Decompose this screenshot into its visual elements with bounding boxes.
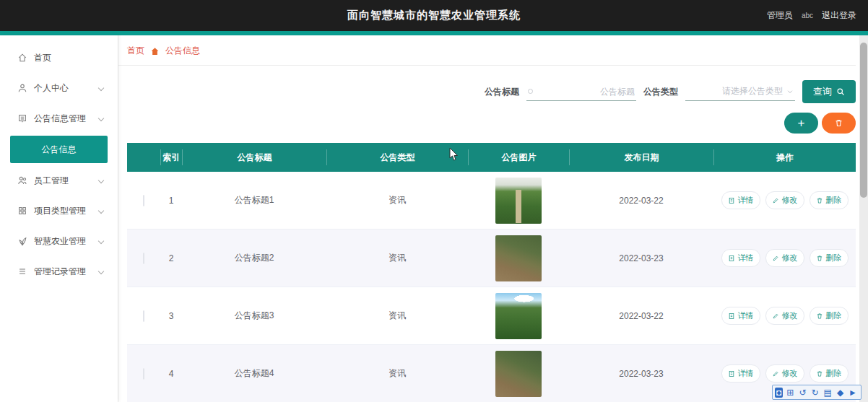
- trash-icon: [816, 313, 823, 320]
- home-icon: [150, 47, 160, 56]
- table-row: 3 公告标题3 资讯 2022-03-22 详情 修改 删除: [127, 287, 856, 345]
- chevron-down-icon: [98, 238, 104, 244]
- sidebar-item-staff[interactable]: 员工管理: [0, 165, 118, 196]
- trash-icon: [816, 370, 823, 377]
- title-filter-field: [526, 82, 636, 101]
- content-area: 首页 公告信息 公告标题 公告类型 请选择公告类型 查询 +: [118, 35, 868, 402]
- type-select-placeholder: 请选择公告类型: [722, 85, 783, 97]
- breadcrumb-current: 公告信息: [165, 45, 200, 57]
- detail-button[interactable]: 详情: [721, 307, 760, 325]
- sidebar-item-profile[interactable]: 个人中心: [0, 73, 118, 103]
- doc-icon: [728, 370, 735, 377]
- chevron-down-icon: [98, 208, 104, 214]
- search-button[interactable]: 查询: [802, 80, 856, 103]
- col-title: 公告标题: [182, 149, 326, 165]
- capture-icon[interactable]: ◘: [775, 388, 783, 398]
- table-row: 4 公告标题4 资讯 2022-03-23 详情 修改 删除: [127, 345, 856, 402]
- add-button[interactable]: +: [784, 113, 818, 134]
- sidebar-item-agriculture[interactable]: 智慧农业管理: [0, 226, 118, 256]
- detail-button[interactable]: 详情: [721, 364, 760, 383]
- announcement-image: [495, 235, 542, 281]
- row-checkbox[interactable]: [143, 253, 144, 264]
- cell-type: 资讯: [326, 310, 468, 322]
- col-date: 发布日期: [569, 149, 713, 165]
- cell-index: 4: [160, 369, 182, 379]
- breadcrumb: 首页 公告信息: [118, 35, 856, 66]
- scrollbar-track[interactable]: [859, 35, 868, 402]
- sidebar-subitem-notice[interactable]: 公告信息: [10, 136, 108, 163]
- staff-icon: [17, 175, 27, 185]
- col-type: 公告类型: [326, 149, 468, 165]
- table-row: 2 公告标题2 资讯 2022-03-23 详情 修改 删除: [127, 230, 856, 287]
- edit-button[interactable]: 修改: [765, 191, 804, 209]
- batch-delete-button[interactable]: [822, 113, 856, 134]
- username: abc: [802, 12, 813, 19]
- edit-button[interactable]: 修改: [765, 249, 804, 267]
- cell-title: 公告标题2: [182, 252, 326, 264]
- trash-icon: [834, 118, 843, 128]
- pencil-icon: [772, 313, 779, 320]
- cell-type: 资讯: [326, 367, 468, 380]
- chevron-down-icon: [98, 85, 104, 91]
- sidebar-item-records[interactable]: 管理记录管理: [0, 256, 118, 287]
- user-role: 管理员: [767, 9, 793, 22]
- doc-icon: [728, 313, 735, 320]
- logout-link[interactable]: 退出登录: [822, 9, 856, 22]
- arrow-icon[interactable]: ►: [847, 388, 859, 398]
- sidebar-item-label: 公告信息: [42, 144, 77, 156]
- chevron-down-icon: [98, 115, 104, 121]
- cell-date: 2022-03-22: [569, 196, 713, 206]
- scrollbar-thumb[interactable]: [860, 43, 867, 198]
- sidebar-item-project[interactable]: 项目类型管理: [0, 196, 118, 226]
- delete-button[interactable]: 删除: [810, 249, 849, 267]
- detail-button[interactable]: 详情: [721, 191, 760, 209]
- type-select[interactable]: 请选择公告类型: [685, 82, 795, 101]
- bulletin-icon: [17, 113, 27, 123]
- delete-button[interactable]: 删除: [810, 364, 849, 383]
- announcement-image: [495, 178, 542, 224]
- pencil-icon: [772, 197, 779, 204]
- table-header-row: 索引 公告标题 公告类型 公告图片 发布日期 操作: [127, 143, 856, 172]
- category-icon: [17, 206, 27, 216]
- crud-toolbar: +: [118, 113, 856, 134]
- edit-button[interactable]: 修改: [765, 364, 804, 383]
- doc-icon: [728, 255, 735, 262]
- sidebar-item-label: 管理记录管理: [34, 266, 86, 278]
- sidebar-item-label: 项目类型管理: [34, 205, 86, 217]
- cell-title: 公告标题4: [182, 367, 326, 380]
- pencil-icon: [772, 370, 779, 377]
- window-icon[interactable]: ⊞: [785, 388, 795, 398]
- title-search-input[interactable]: [533, 87, 635, 97]
- sidebar-item-label: 员工管理: [34, 175, 69, 187]
- detail-button[interactable]: 详情: [721, 249, 760, 267]
- delete-button[interactable]: 删除: [810, 191, 849, 209]
- col-image: 公告图片: [468, 149, 569, 165]
- breadcrumb-home[interactable]: 首页: [127, 45, 144, 57]
- sidebar-item-notice-mgmt[interactable]: 公告信息管理: [0, 103, 118, 134]
- pin-icon[interactable]: ◆: [836, 388, 845, 398]
- cell-date: 2022-03-23: [569, 369, 713, 379]
- type-filter-label: 公告类型: [643, 86, 678, 98]
- user-icon: [17, 83, 27, 93]
- announcement-table: 索引 公告标题 公告类型 公告图片 发布日期 操作 1 公告标题1 资讯 202…: [127, 143, 856, 402]
- cell-type: 资讯: [326, 252, 468, 264]
- filter-bar: 公告标题 公告类型 请选择公告类型 查询: [118, 80, 856, 103]
- user-box: 管理员 abc 退出登录: [767, 9, 868, 22]
- row-checkbox[interactable]: [143, 368, 144, 380]
- sidebar-item-home[interactable]: 首页: [0, 43, 118, 73]
- announcement-image: [495, 351, 542, 397]
- agriculture-icon: [17, 236, 27, 246]
- image-icon[interactable]: ▤: [823, 388, 833, 398]
- delete-button[interactable]: 删除: [810, 307, 849, 325]
- row-checkbox[interactable]: [143, 195, 144, 206]
- announcement-image: [495, 293, 542, 339]
- redo-icon[interactable]: ↻: [810, 388, 820, 398]
- row-checkbox[interactable]: [143, 310, 144, 322]
- undo-icon[interactable]: ↺: [797, 388, 807, 398]
- edit-button[interactable]: 修改: [765, 307, 804, 325]
- cell-index: 2: [160, 253, 182, 263]
- trash-icon: [816, 197, 823, 204]
- sidebar-item-label: 公告信息管理: [34, 113, 86, 125]
- cell-date: 2022-03-22: [569, 311, 713, 321]
- cell-title: 公告标题3: [182, 310, 326, 322]
